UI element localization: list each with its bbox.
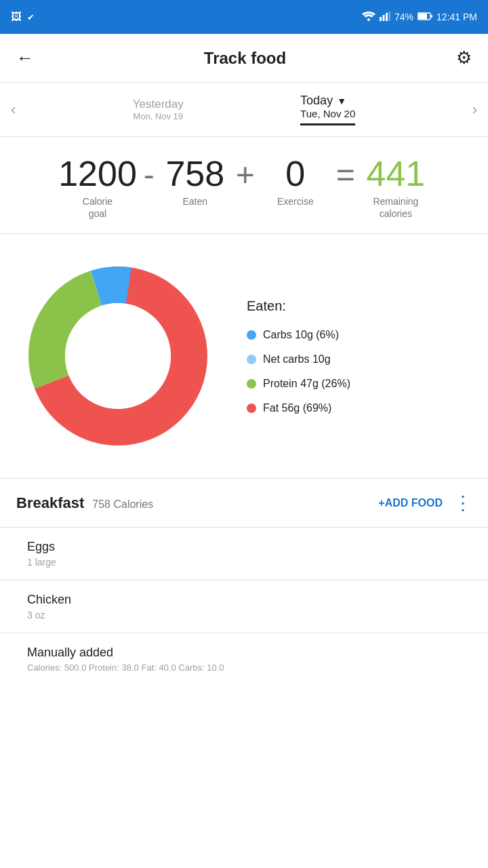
- check-icon: ✔: [27, 12, 35, 22]
- calorie-exercise-number: 0: [285, 156, 305, 191]
- status-bar-right: 74% 12:41 PM: [362, 12, 477, 23]
- food-name: Manually added: [27, 646, 461, 660]
- protein-dot: [247, 379, 256, 389]
- time: 12:41 PM: [436, 12, 477, 22]
- calorie-goal: 1200 Caloriegoal: [58, 156, 137, 220]
- chart-legend: Eaten: Carbs 10g (6%) Net carbs 10g Prot…: [247, 298, 350, 414]
- next-day-button[interactable]: ›: [472, 101, 477, 119]
- minus-operator: -: [137, 159, 161, 191]
- calorie-remaining-label: Remainingcalories: [373, 195, 418, 220]
- svg-rect-2: [383, 15, 385, 21]
- legend-title: Eaten:: [247, 298, 350, 314]
- svg-point-11: [65, 303, 171, 409]
- legend-carbs: Carbs 10g (6%): [247, 329, 350, 341]
- food-detail: 1 large: [27, 557, 461, 568]
- yesterday-date[interactable]: Yesterday Mon, Nov 19: [133, 98, 184, 121]
- carbs-dot: [247, 330, 256, 340]
- calorie-goal-label: Caloriegoal: [83, 195, 113, 220]
- fat-dot: [247, 403, 256, 413]
- more-options-button[interactable]: ⋮: [453, 492, 472, 514]
- prev-day-button[interactable]: ‹: [11, 101, 16, 119]
- calorie-goal-number: 1200: [58, 156, 137, 191]
- breakfast-title: Breakfast: [16, 494, 84, 512]
- battery-percent: 74%: [394, 12, 413, 22]
- app-bar: ← Track food ⚙: [0, 34, 488, 83]
- net-carbs-dot: [247, 355, 256, 364]
- today-date-label: Tue, Nov 20: [300, 108, 355, 119]
- photo-icon: 🖼: [11, 11, 22, 23]
- svg-rect-7: [431, 15, 432, 18]
- breakfast-header-left: Breakfast 758 Calories: [16, 494, 153, 512]
- legend-fat: Fat 56g (69%): [247, 402, 350, 414]
- svg-rect-4: [389, 12, 391, 21]
- add-food-button[interactable]: +ADD FOOD: [378, 497, 443, 509]
- settings-button[interactable]: ⚙: [456, 47, 472, 68]
- dropdown-icon: ▼: [337, 96, 346, 106]
- yesterday-date-label: Mon, Nov 19: [133, 111, 184, 121]
- net-carbs-label: Net carbs 10g: [263, 353, 331, 366]
- calorie-eaten: 758 Eaten: [161, 156, 229, 208]
- breakfast-section-header: Breakfast 758 Calories +ADD FOOD ⋮: [0, 479, 488, 528]
- food-item-eggs[interactable]: Eggs 1 large: [0, 528, 488, 580]
- plus-operator: +: [229, 159, 262, 191]
- breakfast-header-right: +ADD FOOD ⋮: [378, 492, 472, 514]
- food-item-manually-added[interactable]: Manually added Calories: 500.0 Protein: …: [0, 633, 488, 685]
- carbs-label: Carbs 10g (6%): [263, 329, 339, 341]
- back-button[interactable]: ←: [16, 47, 34, 68]
- status-bar: 🖼 ✔ 74% 12:41 PM: [0, 0, 488, 34]
- yesterday-label: Yesterday: [133, 98, 184, 111]
- calorie-exercise: 0 Exercise: [262, 156, 329, 208]
- status-bar-left: 🖼 ✔: [11, 11, 35, 23]
- signal-icon: [380, 12, 390, 23]
- calorie-exercise-label: Exercise: [277, 195, 314, 208]
- svg-rect-6: [418, 14, 427, 19]
- svg-rect-1: [380, 17, 382, 21]
- donut-chart: [16, 254, 220, 458]
- food-item-chicken[interactable]: Chicken 3 oz: [0, 580, 488, 633]
- food-detail: Calories: 500.0 Protein: 38.0 Fat: 40.0 …: [27, 663, 461, 673]
- equals-operator: =: [329, 159, 362, 191]
- calorie-eaten-label: Eaten: [183, 195, 208, 208]
- food-name: Chicken: [27, 593, 461, 607]
- today-label: Today: [300, 94, 333, 108]
- page-title: Track food: [204, 49, 286, 68]
- calorie-remaining-number: 441: [366, 156, 425, 191]
- fat-label: Fat 56g (69%): [263, 402, 331, 414]
- legend-protein: Protein 47g (26%): [247, 378, 350, 390]
- food-name: Eggs: [27, 540, 461, 554]
- svg-rect-3: [386, 13, 388, 21]
- breakfast-calories: 758 Calories: [92, 498, 153, 511]
- calorie-summary: 1200 Caloriegoal - 758 Eaten + 0 Exercis…: [0, 137, 488, 234]
- food-detail: 3 oz: [27, 610, 461, 620]
- calorie-remaining: 441 Remainingcalories: [362, 156, 430, 220]
- date-nav: ‹ Yesterday Mon, Nov 19 Today ▼ Tue, Nov…: [0, 83, 488, 137]
- wifi-icon: [362, 12, 375, 23]
- svg-point-0: [367, 18, 370, 21]
- chart-section: Eaten: Carbs 10g (6%) Net carbs 10g Prot…: [0, 234, 488, 479]
- legend-net-carbs: Net carbs 10g: [247, 353, 350, 366]
- today-date[interactable]: Today ▼ Tue, Nov 20: [300, 94, 355, 125]
- battery-icon: [418, 12, 432, 22]
- protein-label: Protein 47g (26%): [263, 378, 350, 390]
- calorie-eaten-number: 758: [165, 156, 224, 191]
